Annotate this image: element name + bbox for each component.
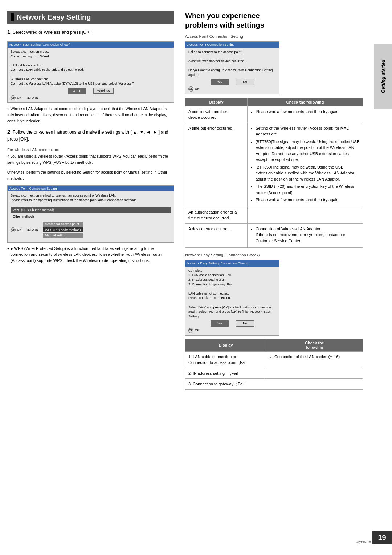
step-2: 2 Follow the on-screen instructions and … bbox=[7, 128, 174, 143]
table2-row1-suffix: ;Fail bbox=[239, 360, 246, 365]
ss-net-line7: Select "Yes" and press [OK] to check net… bbox=[188, 305, 276, 319]
ss2-menu1: WPS (PUSH button method) bbox=[11, 207, 171, 213]
ss1-line5: Wireless LAN connection: bbox=[11, 77, 171, 82]
ss1-btn-wireless: Wireless bbox=[93, 88, 114, 94]
left-column: Network Easy Setting 1 Select Wired or W… bbox=[7, 11, 181, 544]
table2-col2-line1: Check the bbox=[305, 341, 324, 345]
table1-col2-header: Check the following bbox=[248, 98, 363, 106]
page-number: 19 bbox=[372, 531, 392, 544]
ss1-title: Network Easy Setting (Connection Check) bbox=[8, 42, 174, 48]
ss1-line1: Select a connection mode. bbox=[11, 49, 171, 54]
ss1-ok-icon: OK bbox=[11, 95, 16, 100]
step-1: 1 Select Wired or Wireless and press [OK… bbox=[7, 28, 174, 36]
check-table-2: Display Check the following 1. LAN cable… bbox=[185, 339, 363, 390]
screenshot-ap: Access Point Connection Setting Failed t… bbox=[185, 41, 279, 94]
ss-net-line5: LAN cable is not connected. bbox=[188, 291, 276, 296]
step1-label: Select Wired or Wireless and press [OK]. bbox=[13, 30, 92, 35]
ss-ap-ok-label: OK bbox=[195, 87, 199, 91]
step2-label: Follow the on-screen instructions and ma… bbox=[7, 130, 168, 142]
ss-net-title: Network Easy Setting (Connection Check) bbox=[185, 260, 279, 267]
ss2-submenu-area: Search for access point WPS (PIN code me… bbox=[43, 221, 83, 239]
ss-net-line1: Complete bbox=[188, 268, 276, 273]
ss-net-btn-no: No bbox=[236, 320, 254, 327]
table1-row3-display: An authentication error or a time out er… bbox=[185, 207, 248, 223]
ss-net-btn-yes: Yes bbox=[211, 320, 229, 327]
ss-ap-line1: Failed to connect to the access point. bbox=[188, 50, 276, 54]
info-para-1: If Wireless LAN Adaptor is not connected… bbox=[7, 106, 174, 124]
ss2-return-label: RETURN bbox=[26, 228, 38, 232]
step1-text: 1 Select Wired or Wireless and press [OK… bbox=[7, 28, 174, 36]
ss2-ok-row: OK OK RETURN Search for access point WPS… bbox=[11, 221, 171, 239]
table2-row2-check bbox=[266, 368, 363, 379]
ss1-btn-wired: Wired bbox=[68, 88, 86, 94]
ss-ap-title: Access Point Connection Setting bbox=[185, 42, 279, 48]
table-row: A conflict with anotherdevice occurred. … bbox=[185, 106, 363, 123]
screenshot-net: Network Easy Setting (Connection Check) … bbox=[185, 260, 279, 336]
table-row: 1. LAN cable connection orConnection to … bbox=[185, 351, 363, 368]
table1-col1-header: Display bbox=[185, 98, 248, 106]
ss-ap-line2: A conflict with another device occurred. bbox=[188, 59, 276, 64]
ap-connection-heading: Access Point Connection Setting bbox=[185, 34, 363, 39]
screenshot-1: Network Easy Setting (Connection Check) … bbox=[7, 41, 174, 103]
side-tab-text: Getting started bbox=[380, 60, 386, 93]
table2-row2-display: 2. IP address setting ;Fail bbox=[185, 368, 266, 379]
ss2-ok-label: OK bbox=[17, 228, 21, 232]
left-title-text: Network Easy Setting bbox=[17, 13, 91, 21]
ss1-ok-row: OK OK RETURN bbox=[11, 95, 171, 100]
table2-col2-header: Check the following bbox=[266, 339, 363, 351]
table1-row1-display: A conflict with anotherdevice occurred. bbox=[185, 106, 248, 123]
left-section-title: Network Easy Setting bbox=[7, 11, 174, 24]
ss-net-ok-row: OK OK bbox=[188, 328, 276, 333]
table2-row3-check bbox=[266, 379, 363, 390]
ss1-line6: Connect the Wireless LAN Adaptor (DY-WL1… bbox=[11, 81, 171, 86]
table1-row4-check: Connection of Wireless LAN AdaptorIf the… bbox=[248, 223, 363, 248]
ss2-line1: Select a connection method to use with a… bbox=[11, 193, 171, 198]
screenshot-2: Access Point Connection Setting Select a… bbox=[7, 185, 174, 243]
table2-col1-header: Display bbox=[185, 339, 266, 351]
ss-net-line2: 1. LAN cable connection :Fail bbox=[188, 273, 276, 278]
table2-row1-check: Connection of the LAN cables (⇒ 16) bbox=[266, 351, 363, 368]
table-row: 2. IP address setting ;Fail bbox=[185, 368, 363, 379]
table1-row4-display: A device error occurred. bbox=[185, 223, 248, 248]
ss2-title: Access Point Connection Setting bbox=[8, 186, 174, 192]
wps-note: ● WPS (Wi-Fi Protected Setup) is a funct… bbox=[7, 246, 174, 264]
table1-row2-display: A time out error occurred. bbox=[185, 123, 248, 207]
table-row: An authentication error or a time out er… bbox=[185, 207, 363, 223]
ss-ap-btn-yes: Yes bbox=[211, 79, 229, 85]
step2-text: 2 Follow the on-screen instructions and … bbox=[7, 128, 174, 143]
ss-net-line4: 3. Connection to gateway :Fail bbox=[188, 282, 276, 287]
ss-ap-ok-icon: OK bbox=[188, 86, 193, 92]
table-row: A time out error occurred. Setting of th… bbox=[185, 123, 363, 207]
table1-row2-check: Setting of the Wireless router (Access p… bbox=[248, 123, 363, 207]
for-wireless-label: For wireless LAN connection: bbox=[7, 147, 174, 152]
ss-ap-btn-no: No bbox=[236, 79, 254, 85]
ss-net-line6: Please check the connection. bbox=[188, 296, 276, 300]
ss-ap-btn-row: Yes No bbox=[188, 79, 276, 85]
ss2-submenu1: Search for access point bbox=[43, 222, 83, 227]
wireless-para-1: If you are using a Wireless router (Acce… bbox=[7, 153, 174, 166]
table2-row3-display: 3. Connection to gateway ; Fail bbox=[185, 379, 266, 390]
net-easy-heading: Network Easy Setting (Connection Check) bbox=[185, 253, 363, 257]
ss1-line4: Connect a LAN cable to the unit and sele… bbox=[11, 68, 171, 72]
right-column: When you experience problems with settin… bbox=[181, 11, 385, 544]
right-title-line1: When you experience bbox=[185, 12, 260, 20]
right-section-title: When you experience problems with settin… bbox=[185, 11, 363, 30]
table1-row1-check: Please wait a few moments, and then try … bbox=[248, 106, 363, 123]
table-row: A device error occurred. Connection of W… bbox=[185, 223, 363, 248]
table1-row3-check bbox=[248, 207, 363, 223]
ss2-line2: Please refer to the operating instructio… bbox=[11, 198, 171, 203]
ss-ap-line3: Do you want to configure Access Point Co… bbox=[188, 68, 276, 77]
ss1-line3: LAN cable connection: bbox=[11, 63, 171, 68]
ss2-ok-icon: OK bbox=[11, 227, 16, 232]
ss-net-ok-label: OK bbox=[195, 328, 199, 332]
ss-net-btn-row: Yes No bbox=[188, 320, 276, 327]
vqt-label: VQT2W18 bbox=[356, 540, 371, 544]
table2-col2-line2: following bbox=[306, 345, 323, 349]
ss-ap-ok-row: OK OK bbox=[188, 86, 276, 92]
ss1-line2: Current setting …… Wired bbox=[11, 54, 171, 59]
right-title-line2: problems with settings bbox=[185, 21, 264, 29]
table-row: 3. Connection to gateway ; Fail bbox=[185, 379, 363, 390]
ss1-return-label: RETURN bbox=[26, 96, 38, 100]
ss2-menu2: Other methods bbox=[11, 214, 171, 220]
ss2-submenu2: WPS (PIN code method) bbox=[43, 227, 83, 233]
